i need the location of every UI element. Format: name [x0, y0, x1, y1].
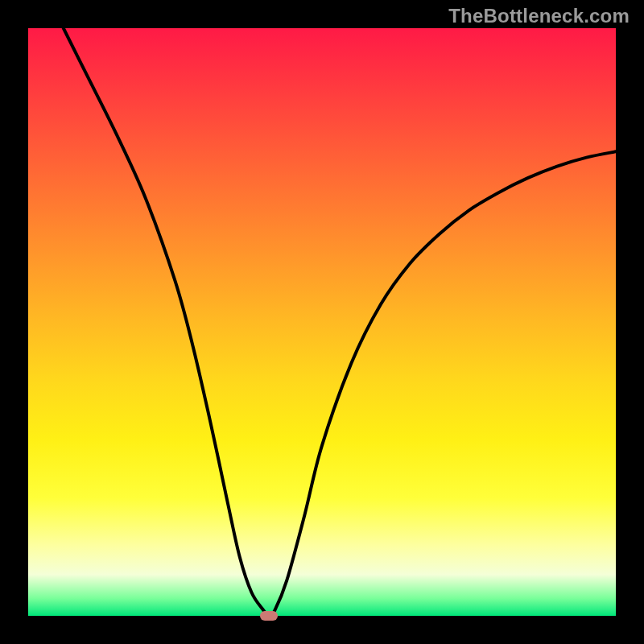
minimum-marker [260, 611, 278, 621]
watermark-text: TheBottleneck.com [448, 5, 630, 27]
plot-area [28, 28, 616, 616]
bottleneck-curve [64, 28, 616, 616]
curve-svg [28, 28, 616, 616]
chart-frame: TheBottleneck.com [0, 0, 644, 644]
